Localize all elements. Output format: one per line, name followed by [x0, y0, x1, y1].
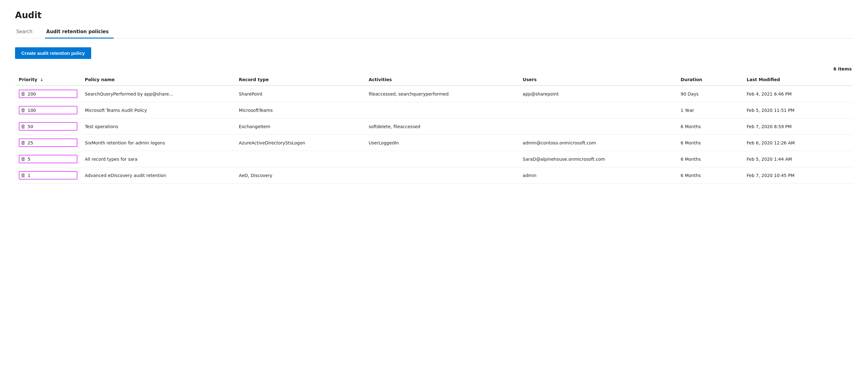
last-modified-cell: Feb 7, 2020 10:45 PM [743, 167, 853, 184]
delete-icon[interactable]: 🗑 [21, 124, 26, 129]
record-type-cell [235, 151, 365, 167]
col-header-priority[interactable]: Priority ↓ [15, 74, 81, 86]
activities-cell: UserLoggedIn [365, 135, 519, 151]
col-header-users[interactable]: Users [519, 74, 677, 86]
duration-cell: 6 Months [677, 167, 743, 184]
priority-inner: 🗑 200 [19, 90, 78, 98]
policy-name-cell[interactable]: Microsoft Teams Audit Policy [81, 102, 235, 119]
priority-number: 200 [28, 92, 36, 97]
last-modified-cell: Feb 6, 2020 12:26 AM [743, 135, 853, 151]
record-type-cell: ExchangeItem [235, 119, 365, 135]
priority-inner: 🗑 1 [19, 171, 78, 180]
record-type-cell: AeD, Discovery [235, 167, 365, 184]
last-modified-cell: Feb 5, 2020 11:51 PM [743, 102, 853, 119]
page-container: Audit Search Audit retention policies Cr… [0, 0, 868, 194]
delete-icon[interactable]: 🗑 [21, 156, 26, 162]
delete-icon[interactable]: 🗑 [21, 172, 26, 178]
activities-cell: fileaccessed, searchqueryperformed [365, 86, 519, 102]
duration-cell: 1 Year [677, 102, 743, 119]
priority-number: 25 [28, 140, 33, 145]
users-cell: admin [519, 167, 677, 184]
table-row: 🗑 100 Microsoft Teams Audit PolicyMicros… [15, 102, 853, 119]
col-header-last-modified[interactable]: Last Modified [743, 74, 853, 86]
priority-cell: 🗑 100 [15, 102, 81, 119]
policy-name-cell[interactable]: All record types for sara [81, 151, 235, 167]
last-modified-cell: Feb 7, 2020 8:59 PM [743, 119, 853, 135]
table-header: Priority ↓ Policy name Record type Activ… [15, 74, 853, 86]
last-modified-cell: Feb 5, 2020 1:44 AM [743, 151, 853, 167]
col-header-duration[interactable]: Duration [677, 74, 743, 86]
duration-cell: 6 Months [677, 119, 743, 135]
users-cell: admin@contoso.onmicrosoft.com [519, 135, 677, 151]
activities-cell [365, 151, 519, 167]
sort-icon: ↓ [40, 78, 43, 82]
duration-cell: 90 Days [677, 86, 743, 102]
priority-inner: 🗑 5 [19, 155, 78, 163]
users-cell [519, 102, 677, 119]
priority-cell: 🗑 200 [15, 86, 81, 102]
priority-number: 1 [28, 173, 30, 178]
tab-audit-retention-policies[interactable]: Audit retention policies [45, 26, 114, 38]
priority-inner: 🗑 50 [19, 122, 78, 131]
col-header-record-type[interactable]: Record type [235, 74, 365, 86]
priority-number: 100 [28, 108, 36, 113]
tab-search[interactable]: Search [15, 26, 38, 38]
priority-inner: 🗑 100 [19, 106, 78, 115]
priority-cell: 🗑 5 [15, 151, 81, 167]
policy-name-cell[interactable]: SixMonth retention for admin logons [81, 135, 235, 151]
table-row: 🗑 1 Advanced eDiscovery audit retentionA… [15, 167, 853, 184]
record-type-cell: AzureActiveDirectoryStsLogon [235, 135, 365, 151]
users-cell: app@sharepoint [519, 86, 677, 102]
col-header-policy-name[interactable]: Policy name [81, 74, 235, 86]
items-count: 6 items [833, 66, 853, 71]
table-row: 🗑 25 SixMonth retention for admin logons… [15, 135, 853, 151]
activities-cell: softdelete, fileaccessed [365, 119, 519, 135]
activities-cell [365, 167, 519, 184]
page-title: Audit [15, 10, 853, 20]
table-row: 🗑 50 Test operationsExchangeItemsoftdele… [15, 119, 853, 135]
create-audit-retention-policy-button[interactable]: Create audit retention policy [15, 47, 91, 59]
record-type-cell: MicrosoftTeams [235, 102, 365, 119]
priority-cell: 🗑 50 [15, 119, 81, 135]
priority-number: 5 [28, 157, 30, 162]
duration-cell: 6 Months [677, 151, 743, 167]
delete-icon[interactable]: 🗑 [21, 91, 26, 97]
duration-cell: 6 Months [677, 135, 743, 151]
priority-number: 50 [28, 124, 33, 129]
priority-cell: 🗑 1 [15, 167, 81, 184]
users-cell: SaraD@alpinehouse.onmicrosoft.com [519, 151, 677, 167]
table-row: 🗑 200 SearchQueryPerformed by app@share.… [15, 86, 853, 102]
priority-cell: 🗑 25 [15, 135, 81, 151]
users-cell [519, 119, 677, 135]
record-type-cell: SharePoint [235, 86, 365, 102]
policy-name-cell[interactable]: Test operations [81, 119, 235, 135]
table-header-row: 6 items [15, 66, 853, 71]
last-modified-cell: Feb 4, 2021 6:46 PM [743, 86, 853, 102]
col-header-activities[interactable]: Activities [365, 74, 519, 86]
delete-icon[interactable]: 🗑 [21, 140, 26, 146]
policy-name-cell[interactable]: SearchQueryPerformed by app@share... [81, 86, 235, 102]
audit-policies-table: Priority ↓ Policy name Record type Activ… [15, 74, 853, 184]
delete-icon[interactable]: 🗑 [21, 107, 26, 113]
activities-cell [365, 102, 519, 119]
table-row: 🗑 5 All record types for saraSaraD@alpin… [15, 151, 853, 167]
priority-inner: 🗑 25 [19, 138, 78, 147]
policy-name-cell[interactable]: Advanced eDiscovery audit retention [81, 167, 235, 184]
tab-bar: Search Audit retention policies [15, 25, 853, 38]
